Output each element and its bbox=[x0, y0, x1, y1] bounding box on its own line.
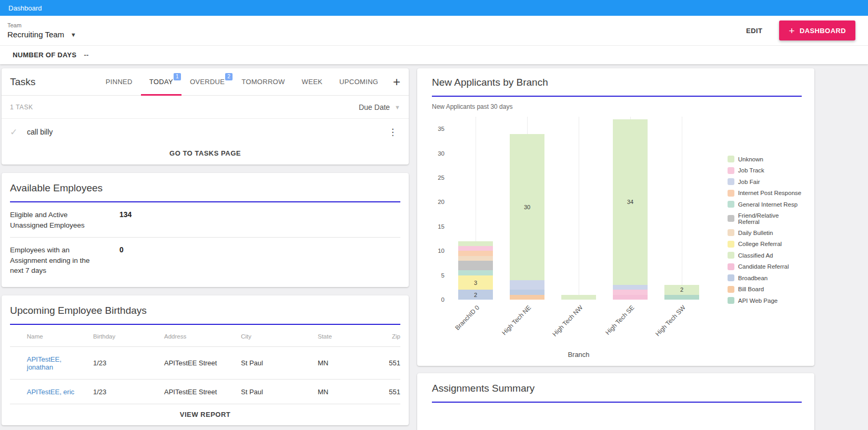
task-complete-checkbox[interactable]: ✓ bbox=[10, 127, 17, 138]
birthdays-table: Name Birthday Address City State Zip API… bbox=[10, 325, 400, 404]
tab-upcoming[interactable]: UPCOMING bbox=[331, 68, 387, 96]
bar-slot: 23BranchID 0 bbox=[450, 117, 501, 300]
legend-item: API Web Page bbox=[728, 297, 802, 304]
stacked-bar[interactable]: 2 bbox=[664, 285, 699, 300]
bar-segment-broadbean[interactable] bbox=[510, 290, 544, 294]
edit-button[interactable]: EDIT bbox=[746, 27, 762, 35]
legend-label: Job Track bbox=[738, 167, 764, 173]
tasks-tabs: PINNED TODAY 1 OVERDUE 2 TOMORROW WEEK bbox=[97, 68, 400, 96]
zip-cell: 551 bbox=[366, 379, 400, 404]
bar-segment-unknown[interactable]: 30 bbox=[510, 134, 544, 280]
bar-segment-general-internet-resp[interactable] bbox=[458, 270, 493, 275]
bar-segment-job-track[interactable] bbox=[458, 246, 493, 251]
stacked-bar[interactable]: 34 bbox=[613, 119, 648, 300]
bar-slot: 34High Tech SE bbox=[604, 117, 656, 300]
bar-segment-bill-board[interactable] bbox=[510, 295, 544, 300]
tab-today-badge: 1 bbox=[174, 73, 181, 80]
chart-area: 05101520253035 23BranchID 030High Tech N… bbox=[432, 117, 802, 309]
bar-slot: 30High Tech NE bbox=[501, 117, 553, 300]
legend-swatch bbox=[728, 215, 734, 222]
column-header-state[interactable]: State bbox=[314, 325, 366, 347]
tab-pinned[interactable]: PINNED bbox=[97, 68, 141, 96]
bar-segment-internet-post-response[interactable] bbox=[458, 251, 493, 255]
column-header-city[interactable]: City bbox=[237, 325, 314, 347]
tasks-subrow: 1 TASK Due Date ▼ bbox=[2, 96, 409, 119]
chart-subtitle: New Applicants past 30 days bbox=[432, 103, 802, 110]
x-tick-label: High Tech NW bbox=[551, 304, 584, 338]
task-title: call billy bbox=[27, 128, 385, 136]
top-app-bar: Dashboard bbox=[0, 0, 868, 16]
left-column: Tasks PINNED TODAY 1 OVERDUE 2 TOMORROW bbox=[2, 68, 409, 430]
bar-segment-daily-bulletin[interactable] bbox=[458, 256, 493, 261]
legend-label: Candidate Referral bbox=[738, 263, 789, 270]
tab-week[interactable]: WEEK bbox=[294, 68, 331, 96]
bar-segment-unknown[interactable]: 2 bbox=[664, 285, 699, 295]
employee-name-link[interactable]: APITestEE, jonathan bbox=[10, 346, 89, 379]
legend-label: College Referral bbox=[738, 241, 782, 247]
bar-segment-candidate-referral[interactable] bbox=[613, 295, 648, 300]
bar-segment-unknown[interactable] bbox=[561, 295, 596, 300]
tasks-card-header: Tasks PINNED TODAY 1 OVERDUE 2 TOMORROW bbox=[2, 68, 409, 96]
y-tick-label: 35 bbox=[438, 126, 445, 132]
y-tick-label: 15 bbox=[438, 223, 445, 230]
task-menu-icon[interactable]: ⋮ bbox=[385, 127, 400, 138]
bar-segment-broadbean[interactable]: 2 bbox=[458, 290, 493, 300]
table-header-row: Name Birthday Address City State Zip bbox=[10, 325, 400, 347]
legend-item: Classified Ad bbox=[728, 252, 802, 259]
bar-segment-college-referral[interactable]: 3 bbox=[458, 275, 493, 290]
employee-name-link[interactable]: APITestEE, eric bbox=[10, 379, 89, 404]
tasks-title: Tasks bbox=[10, 76, 97, 88]
column-header-name[interactable]: Name bbox=[10, 325, 89, 347]
add-tab-icon[interactable]: + bbox=[393, 76, 400, 88]
legend-label: Job Fair bbox=[738, 179, 760, 185]
birthdays-title: Upcoming Employee Birthdays bbox=[10, 305, 400, 316]
tab-overdue-label: OVERDUE bbox=[190, 78, 225, 86]
legend-label: Classified Ad bbox=[738, 252, 773, 259]
birthday-cell: 1/23 bbox=[89, 346, 160, 379]
assignments-title: Assignments Summary bbox=[432, 383, 802, 394]
x-tick-label: High Tech SE bbox=[604, 304, 635, 336]
legend-swatch bbox=[728, 263, 734, 270]
gridline bbox=[579, 117, 579, 300]
table-row[interactable]: APITestEE, eric 1/23 APITestEE Street St… bbox=[10, 379, 400, 404]
bar-segment-job-fair[interactable] bbox=[613, 285, 648, 290]
birthdays-footer: VIEW REPORT bbox=[2, 404, 409, 425]
legend-swatch bbox=[728, 201, 734, 208]
column-header-zip[interactable]: Zip bbox=[366, 325, 400, 347]
bar-segment-job-fair[interactable] bbox=[510, 280, 544, 290]
legend-label: Unknown bbox=[738, 156, 763, 162]
y-tick-label: 10 bbox=[438, 248, 445, 254]
tab-tomorrow[interactable]: TOMORROW bbox=[233, 68, 293, 96]
y-tick-label: 0 bbox=[441, 296, 445, 303]
go-to-tasks-page-button[interactable]: GO TO TASKS PAGE bbox=[169, 149, 241, 157]
bar-segment-unknown[interactable]: 34 bbox=[613, 119, 648, 285]
tab-week-label: WEEK bbox=[302, 78, 322, 86]
stacked-bar[interactable]: 30 bbox=[510, 134, 544, 300]
bar-segment-api-web-page[interactable] bbox=[664, 295, 699, 300]
tab-overdue[interactable]: OVERDUE 2 bbox=[181, 68, 233, 96]
legend-item: Job Fair bbox=[728, 178, 802, 185]
tasks-card: Tasks PINNED TODAY 1 OVERDUE 2 TOMORROW bbox=[2, 68, 409, 165]
bar-segment-unknown[interactable] bbox=[458, 241, 493, 246]
legend-swatch bbox=[728, 286, 734, 293]
number-of-days-value: -- bbox=[84, 51, 88, 59]
legend-swatch bbox=[728, 229, 734, 236]
sort-dropdown[interactable]: Due Date ▼ bbox=[359, 103, 400, 111]
table-row[interactable]: APITestEE, jonathan 1/23 APITestEE Stree… bbox=[10, 346, 400, 379]
team-selector[interactable]: Team Recruiting Team ▼ bbox=[7, 22, 76, 39]
bar-segment-friend-relative-referral[interactable] bbox=[458, 261, 493, 271]
column-header-birthday[interactable]: Birthday bbox=[89, 325, 160, 347]
tab-pinned-label: PINNED bbox=[106, 78, 133, 86]
view-report-button[interactable]: VIEW REPORT bbox=[180, 411, 231, 418]
number-of-days-bar[interactable]: NUMBER OF DAYS -- bbox=[0, 45, 868, 64]
column-header-address[interactable]: Address bbox=[160, 325, 237, 347]
gridline bbox=[682, 117, 682, 300]
chart-legend: UnknownJob TrackJob FairInternet Post Re… bbox=[728, 156, 802, 309]
add-dashboard-button[interactable]: + DASHBOARD bbox=[779, 21, 855, 40]
bar-segment-job-track[interactable] bbox=[613, 290, 648, 294]
stacked-bar[interactable] bbox=[561, 295, 596, 300]
stacked-bar[interactable]: 23 bbox=[458, 241, 493, 300]
tab-today[interactable]: TODAY 1 bbox=[141, 68, 181, 96]
legend-label: Internet Post Response bbox=[738, 190, 801, 196]
legend-item: Internet Post Response bbox=[728, 190, 802, 197]
